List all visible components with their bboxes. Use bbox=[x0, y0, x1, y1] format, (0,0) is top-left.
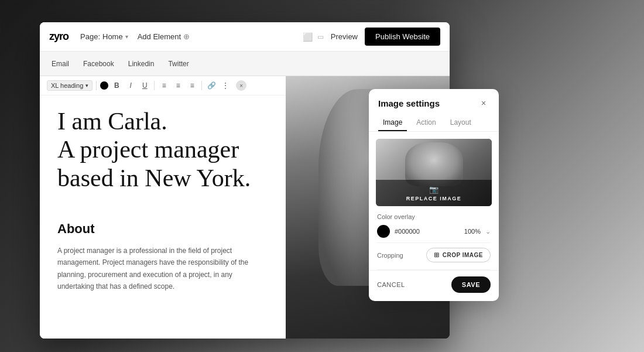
toolbar-separator-2 bbox=[154, 81, 155, 90]
replace-image-overlay[interactable]: 📷 REPLACE IMAGE bbox=[376, 180, 492, 206]
more-options-button[interactable]: ⋮ bbox=[220, 80, 231, 91]
tab-image[interactable]: Image bbox=[378, 115, 407, 131]
desktop-icon[interactable]: ⬜ bbox=[303, 32, 313, 42]
about-body: A project manager is a professional in t… bbox=[57, 245, 268, 293]
hero-line-1: I am Carla. bbox=[57, 107, 268, 135]
heading-size-select[interactable]: XL heading ▾ bbox=[47, 80, 93, 91]
modal-title: Image settings bbox=[378, 98, 440, 108]
color-overlay-label: Color overlay bbox=[377, 213, 491, 220]
heading-size-label: XL heading bbox=[51, 82, 83, 89]
toolbar-separator-1 bbox=[96, 81, 97, 90]
text-toolbar: XL heading ▾ B I U ≡ ≡ ≡ 🔗 ⋮ × bbox=[40, 76, 286, 95]
dropdown-arrow-icon: ▾ bbox=[85, 83, 88, 88]
cropping-section: Cropping ⊞ CROP IMAGE bbox=[369, 243, 499, 269]
underline-button[interactable]: U bbox=[139, 80, 150, 91]
bold-button[interactable]: B bbox=[111, 80, 122, 91]
modal-footer: CANCEL SAVE bbox=[369, 270, 499, 301]
nav-link-linkedin[interactable]: Linkedin bbox=[128, 60, 155, 68]
preview-button[interactable]: Preview bbox=[331, 32, 358, 41]
align-center-button[interactable]: ≡ bbox=[172, 80, 184, 91]
expand-arrow-icon[interactable]: ⌄ bbox=[485, 228, 491, 235]
nav-link-facebook[interactable]: Facebook bbox=[83, 60, 114, 68]
font-color-swatch[interactable] bbox=[100, 81, 108, 90]
toolbar-separator-3 bbox=[201, 81, 202, 90]
crop-image-button[interactable]: ⊞ CROP IMAGE bbox=[426, 248, 491, 262]
color-row: #000000 100% ⌄ bbox=[377, 225, 491, 238]
align-left-button[interactable]: ≡ bbox=[158, 80, 170, 91]
plus-icon: ⊕ bbox=[183, 32, 190, 41]
page-selector[interactable]: Page: Home ▾ bbox=[80, 32, 128, 41]
save-button[interactable]: SAVE bbox=[451, 276, 491, 293]
image-settings-modal: Image settings × Image Action Layout 📷 R… bbox=[369, 89, 499, 301]
hero-line-3: based in New York. bbox=[57, 164, 268, 192]
nav-link-email[interactable]: Email bbox=[52, 60, 69, 68]
align-right-button[interactable]: ≡ bbox=[186, 80, 198, 91]
device-icons: ⬜ ▭ bbox=[303, 32, 324, 42]
hero-text: I am Carla. A project manager based in N… bbox=[57, 107, 268, 192]
publish-button[interactable]: Publish Website bbox=[365, 28, 440, 46]
tab-layout[interactable]: Layout bbox=[446, 115, 476, 131]
camera-icon: 📷 bbox=[429, 185, 439, 194]
link-button[interactable]: 🔗 bbox=[205, 80, 217, 91]
tab-layout-label: Layout bbox=[450, 118, 471, 127]
add-element-label: Add Element bbox=[138, 32, 181, 41]
color-overlay-section: Color overlay #000000 100% ⌄ bbox=[369, 206, 499, 242]
crop-btn-label: CROP IMAGE bbox=[443, 252, 483, 258]
page-label: Page: bbox=[80, 32, 100, 41]
add-element-button[interactable]: Add Element ⊕ bbox=[138, 32, 190, 41]
modal-header: Image settings × bbox=[369, 89, 499, 115]
color-value-input[interactable]: #000000 bbox=[395, 228, 460, 235]
color-overlay-swatch[interactable] bbox=[377, 225, 390, 238]
text-panel: XL heading ▾ B I U ≡ ≡ ≡ 🔗 ⋮ × bbox=[40, 76, 286, 339]
tab-action[interactable]: Action bbox=[412, 115, 440, 131]
cancel-button[interactable]: CANCEL bbox=[377, 281, 405, 288]
hero-section: I am Carla. A project manager based in N… bbox=[40, 95, 286, 204]
hero-line-2: A project manager bbox=[57, 135, 268, 163]
opacity-value: 100% bbox=[464, 228, 481, 235]
cropping-label: Cropping bbox=[377, 252, 403, 259]
logo: zyro bbox=[49, 30, 68, 43]
nav-link-twitter[interactable]: Twitter bbox=[168, 60, 189, 68]
chevron-down-icon: ▾ bbox=[125, 33, 128, 40]
mobile-icon[interactable]: ▭ bbox=[317, 33, 324, 41]
modal-image-preview: 📷 REPLACE IMAGE bbox=[376, 139, 492, 206]
tab-image-label: Image bbox=[383, 118, 402, 127]
toolbar-close-button[interactable]: × bbox=[236, 80, 246, 91]
about-title: About bbox=[57, 221, 268, 237]
italic-button[interactable]: I bbox=[125, 80, 136, 91]
tab-action-label: Action bbox=[416, 118, 436, 127]
about-section: About A project manager is a professiona… bbox=[40, 204, 286, 310]
replace-label: REPLACE IMAGE bbox=[406, 196, 462, 201]
modal-close-button[interactable]: × bbox=[478, 97, 489, 109]
nav-bar: Email Facebook Linkedin Twitter bbox=[40, 52, 450, 76]
crop-icon: ⊞ bbox=[434, 251, 440, 259]
modal-tabs: Image Action Layout bbox=[369, 115, 499, 132]
top-bar: zyro Page: Home ▾ Add Element ⊕ ⬜ ▭ Prev… bbox=[40, 22, 450, 52]
page-name: Home bbox=[102, 32, 123, 41]
